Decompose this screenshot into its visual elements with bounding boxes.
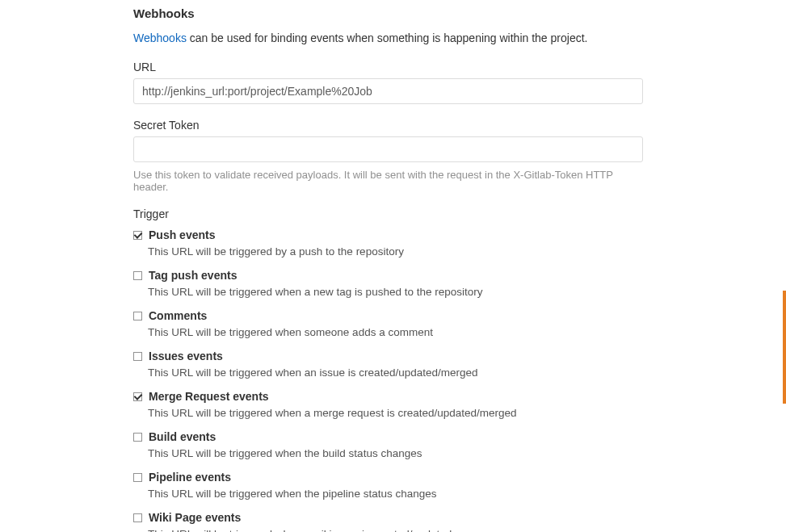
issues-events-checkbox[interactable] (133, 352, 142, 361)
wiki-page-events-desc: This URL will be triggered when a wiki p… (148, 528, 646, 532)
page-title: Webhooks (133, 6, 646, 20)
wiki-page-events-checkbox[interactable] (133, 513, 142, 522)
push-events-checkbox[interactable] (133, 231, 142, 240)
webhooks-link[interactable]: Webhooks (133, 31, 187, 44)
url-input[interactable] (133, 78, 643, 104)
issues-events-label: Issues events (149, 350, 223, 362)
push-events-label: Push events (149, 228, 215, 241)
wiki-page-events-label: Wiki Page events (149, 511, 241, 524)
pipeline-events-desc: This URL will be triggered when the pipe… (148, 488, 646, 500)
build-events-label: Build events (149, 430, 216, 443)
pipeline-events-checkbox[interactable] (133, 473, 142, 482)
webhooks-description: Webhooks can be used for binding events … (133, 31, 646, 44)
description-text: can be used for binding events when some… (187, 31, 588, 44)
issues-events-desc: This URL will be triggered when an issue… (148, 367, 646, 379)
tag-push-events-desc: This URL will be triggered when a new ta… (148, 286, 646, 298)
build-events-desc: This URL will be triggered when the buil… (148, 447, 646, 459)
merge-request-events-label: Merge Request events (149, 390, 269, 403)
comments-checkbox[interactable] (133, 312, 142, 320)
secret-token-label: Secret Token (133, 119, 646, 132)
merge-request-events-desc: This URL will be triggered when a merge … (148, 407, 646, 419)
secret-token-input[interactable] (133, 136, 643, 162)
build-events-checkbox[interactable] (133, 433, 142, 442)
comments-label: Comments (149, 309, 207, 322)
url-label: URL (133, 61, 646, 73)
comments-desc: This URL will be triggered when someone … (148, 326, 646, 338)
push-events-desc: This URL will be triggered by a push to … (148, 245, 646, 258)
pipeline-events-label: Pipeline events (149, 471, 231, 484)
secret-token-help: Use this token to validate received payl… (133, 169, 646, 193)
trigger-section-label: Trigger (133, 207, 646, 220)
merge-request-events-checkbox[interactable] (133, 392, 142, 401)
tag-push-events-label: Tag push events (149, 269, 237, 282)
scrollbar-indicator (783, 291, 786, 404)
tag-push-events-checkbox[interactable] (133, 271, 142, 280)
